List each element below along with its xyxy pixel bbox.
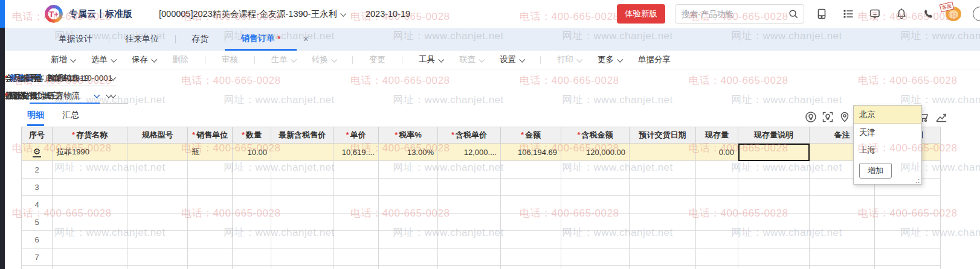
- chevron-down-icon[interactable]: [94, 92, 100, 98]
- province-option[interactable]: 北京: [854, 106, 921, 124]
- cell-r3-c13[interactable]: [696, 179, 738, 196]
- doc-tab-1[interactable]: 单据设计: [42, 28, 109, 51]
- cell-r2-c1[interactable]: 2: [22, 161, 53, 179]
- cell-r6-c15[interactable]: [810, 231, 875, 248]
- cell-r2-c4[interactable]: [188, 161, 233, 179]
- cell-r8-c10[interactable]: [501, 266, 561, 269]
- col-header-2[interactable]: *存货名称: [53, 127, 127, 144]
- cell-r5-c2[interactable]: [53, 214, 127, 231]
- cell-r8-c1[interactable]: 8: [22, 266, 53, 269]
- cell-r6-c13[interactable]: [696, 231, 738, 248]
- col-header-3[interactable]: 规格型号: [127, 127, 188, 144]
- cell-r5-c14[interactable]: [738, 214, 810, 231]
- phone-icon[interactable]: [921, 8, 934, 21]
- col-header-7[interactable]: *单价: [334, 127, 379, 144]
- cell-r3-c5[interactable]: [233, 179, 271, 196]
- cell-r4-c8[interactable]: [379, 196, 438, 214]
- cell-r1-c8[interactable]: 13.00%: [379, 144, 438, 161]
- cell-r7-c11[interactable]: [561, 248, 630, 266]
- cell-r5-c5[interactable]: [233, 214, 271, 231]
- cell-r3-c10[interactable]: [501, 179, 561, 196]
- cell-r6-c12[interactable]: [630, 231, 696, 248]
- cell-r2-c9[interactable]: [438, 161, 501, 179]
- cell-r5-c7[interactable]: [334, 214, 379, 231]
- cell-r7-c10[interactable]: [501, 248, 561, 266]
- cell-r3-c7[interactable]: [334, 179, 379, 196]
- cell-r4-c7[interactable]: [334, 196, 379, 214]
- doc-tab-3[interactable]: 存货: [175, 28, 225, 51]
- col-header-6[interactable]: 最新含税售价: [271, 127, 334, 144]
- cell-r5-c3[interactable]: [127, 214, 188, 231]
- col-header-13[interactable]: 现存量: [696, 127, 738, 144]
- cell-r7-c12[interactable]: [630, 248, 696, 266]
- cell-r1-c12[interactable]: [630, 144, 696, 161]
- cell-r6-c11[interactable]: [561, 231, 630, 248]
- cell-r1-c7[interactable]: 10,619....: [334, 144, 379, 161]
- province-option[interactable]: 天津: [854, 124, 921, 141]
- cell-r1-c1[interactable]: ⚙: [22, 144, 53, 161]
- add-button[interactable]: 新增: [51, 54, 75, 65]
- share-button[interactable]: 单据分享: [638, 54, 671, 65]
- cell-r3-c6[interactable]: [271, 179, 334, 196]
- cell-r5-c8[interactable]: [379, 214, 438, 231]
- cell-r5-c9[interactable]: [438, 214, 501, 231]
- cell-r1-c5[interactable]: 10.00: [233, 144, 271, 161]
- cell-r1-c10[interactable]: 106,194.69: [501, 144, 561, 161]
- cell-r5-c4[interactable]: [188, 214, 233, 231]
- cell-r4-c1[interactable]: 4: [22, 196, 53, 214]
- cell-r5-c16[interactable]: [875, 214, 941, 231]
- cell-r2-c5[interactable]: [233, 161, 271, 179]
- pick-button[interactable]: 选单: [91, 54, 115, 65]
- cell-r8-c8[interactable]: [379, 266, 438, 269]
- tab-close-icon[interactable]: ×: [297, 28, 314, 51]
- cell-r5-c6[interactable]: [271, 214, 334, 231]
- cell-r4-c3[interactable]: [127, 196, 188, 214]
- cell-r8-c9[interactable]: [438, 266, 501, 269]
- cell-r1-c11[interactable]: 120,000.00: [561, 144, 630, 161]
- cell-r5-c11[interactable]: [561, 214, 630, 231]
- cell-r4-c4[interactable]: [188, 196, 233, 214]
- cell-r7-c7[interactable]: [334, 248, 379, 266]
- cell-r6-c7[interactable]: [334, 231, 379, 248]
- cell-r1-c14[interactable]: [738, 144, 810, 161]
- cell-r6-c2[interactable]: [53, 231, 127, 248]
- cell-r6-c9[interactable]: [438, 231, 501, 248]
- cell-r5-c13[interactable]: [696, 214, 738, 231]
- member-card-input[interactable]: [42, 71, 112, 86]
- cell-r6-c14[interactable]: [738, 231, 810, 248]
- cell-r3-c14[interactable]: [738, 179, 810, 196]
- cell-r1-c6[interactable]: [271, 144, 334, 161]
- search-icon[interactable]: [788, 8, 799, 19]
- account-switcher[interactable]: [000005]2023精英会课程-金友源-1390-王永利: [159, 8, 345, 20]
- cell-r7-c14[interactable]: [738, 248, 810, 266]
- cell-r7-c5[interactable]: [233, 248, 271, 266]
- device-icon[interactable]: [815, 8, 828, 21]
- cell-r3-c11[interactable]: [561, 179, 630, 196]
- cell-r8-c15[interactable]: [810, 266, 875, 269]
- province-option[interactable]: 上海: [854, 141, 921, 159]
- resize-handle[interactable]: .:: [915, 177, 920, 184]
- cell-r7-c2[interactable]: [53, 248, 127, 266]
- cell-r3-c4[interactable]: [188, 179, 233, 196]
- col-header-1[interactable]: 序号: [22, 127, 53, 144]
- cell-r3-c9[interactable]: [438, 179, 501, 196]
- cell-r5-c10[interactable]: [501, 214, 561, 231]
- cell-r3-c8[interactable]: [379, 179, 438, 196]
- cell-r4-c11[interactable]: [561, 196, 630, 214]
- cell-r6-c3[interactable]: [127, 231, 188, 248]
- cell-r1-c4[interactable]: 瓶: [188, 144, 233, 161]
- col-header-11[interactable]: *含税金额: [561, 127, 630, 144]
- cell-r8-c3[interactable]: [127, 266, 188, 269]
- cell-r7-c3[interactable]: [127, 248, 188, 266]
- cell-r8-c2[interactable]: [53, 266, 127, 269]
- cell-r8-c7[interactable]: [334, 266, 379, 269]
- cell-r3-c1[interactable]: 3: [22, 179, 53, 196]
- cell-r4-c13[interactable]: [696, 196, 738, 214]
- cell-r5-c1[interactable]: 5: [22, 214, 53, 231]
- cell-r6-c1[interactable]: 6: [22, 231, 53, 248]
- settings-button[interactable]: 设置: [500, 54, 524, 65]
- help-icon[interactable]: [973, 7, 980, 21]
- cell-r2-c10[interactable]: [501, 161, 561, 179]
- add-province-button[interactable]: 增加: [859, 163, 892, 179]
- cell-r7-c13[interactable]: [696, 248, 738, 266]
